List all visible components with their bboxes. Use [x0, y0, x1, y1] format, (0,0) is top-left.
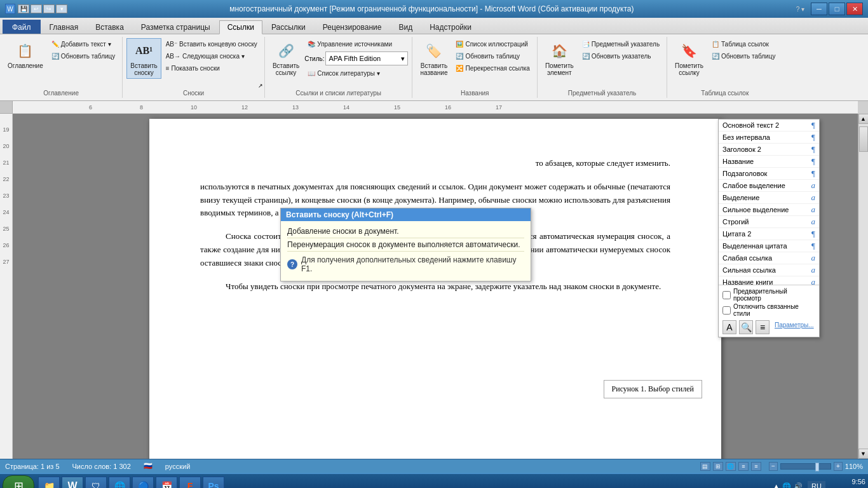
view-mode-draft[interactable]: ≡ [751, 462, 761, 471]
scroll-up-button[interactable]: ▲ [858, 114, 869, 124]
quick-access-more[interactable]: ▾ [56, 4, 67, 13]
quick-access-redo[interactable]: ↪ [43, 4, 55, 13]
taskbar-explorer[interactable]: 📁 [38, 477, 60, 488]
style-item-quote-2[interactable]: Цитата 2 ¶ [719, 228, 819, 240]
insert-toa-button[interactable]: 📋 Таблица ссылок [709, 38, 779, 50]
style-item-book-title[interactable]: Название книги a [719, 276, 819, 285]
toc-group-label: Оглавление [0, 90, 122, 97]
minimize-button[interactable]: ─ [811, 3, 827, 15]
insert-index-button[interactable]: 📑 Предметный указатель [579, 38, 663, 50]
view-mode-outline[interactable]: ≡ [738, 462, 749, 471]
bibliography-label: Список литературы ▾ [317, 70, 380, 77]
taskbar: ⊞ 📁 W 🛡 🌐 🔵 📅 F Ps ▲ 🌐 🔊 RU 9:56 17.02.2… [0, 473, 868, 488]
ruler-mark-14: 14 [343, 104, 349, 111]
preview-checkbox-row[interactable]: Предварительный просмотр [722, 288, 815, 302]
params-link[interactable]: Параметры... [772, 322, 814, 334]
preview-label: Предварительный просмотр [733, 288, 815, 302]
footnotes-dialog-launcher[interactable]: ↗ [258, 83, 263, 89]
taskbar-blue[interactable]: 🔵 [132, 477, 154, 488]
maximize-button[interactable]: □ [829, 3, 845, 15]
style-item-basic-text-2[interactable]: Основной текст 2 ¶ [719, 119, 819, 132]
mark-citation-button[interactable]: 🔖 Пометитьссылку [671, 38, 707, 79]
tab-insert[interactable]: Вставка [87, 20, 132, 34]
taskbar-ps[interactable]: Ps [203, 477, 224, 488]
style-item-strong-emphasis[interactable]: Сильное выделение a [719, 204, 819, 216]
new-style-button[interactable]: A [722, 320, 736, 334]
style-item-no-spacing[interactable]: Без интервала ¶ [719, 132, 819, 144]
manage-styles-button[interactable]: ≡ [756, 320, 770, 334]
view-mode-fullscreen[interactable]: ⊞ [713, 462, 723, 471]
update-captions-button[interactable]: 🔄 Обновить таблицу [452, 50, 532, 62]
tab-links[interactable]: Ссылки [219, 20, 262, 34]
system-tray: ▲ 🌐 🔊 [773, 482, 803, 489]
tab-home[interactable]: Главная [41, 20, 87, 34]
insert-footnote-button[interactable]: AB¹ Вставитьсноску [126, 38, 161, 79]
disable-linked-checkbox-row[interactable]: Отключить связанные стили [722, 303, 815, 317]
quick-access-save[interactable]: 💾 [18, 4, 29, 13]
add-text-icon: ✏️ [51, 41, 59, 48]
inspect-style-button[interactable]: 🔍 [739, 320, 753, 334]
zoom-slider-thumb[interactable] [815, 463, 819, 471]
disable-linked-checkbox[interactable] [722, 306, 731, 315]
zoom-out-button[interactable]: − [769, 462, 778, 471]
illustrations-list-button[interactable]: 🖼️ Список иллюстраций [452, 38, 532, 50]
update-toc-button[interactable]: 🔄 Обновить таблицу [48, 50, 119, 62]
preview-checkbox[interactable] [722, 291, 731, 299]
taskbar-word[interactable]: W [62, 477, 83, 488]
style-item-weak-ref[interactable]: Слабая ссылка a [719, 252, 819, 264]
insert-caption-button[interactable]: 🏷️ Вставитьназвание [416, 38, 451, 79]
taskbar-browser[interactable]: 🌐 [109, 477, 130, 488]
taskbar-flash[interactable]: F [179, 477, 201, 488]
language: русский [165, 463, 190, 470]
next-footnote-button[interactable]: AB→ Следующая сноска ▾ [163, 50, 261, 62]
update-index-button[interactable]: 🔄 Обновить указатель [579, 50, 663, 62]
toc-button[interactable]: 📋 Оглавление [4, 38, 47, 76]
taskbar-calendar[interactable]: 📅 [156, 477, 177, 488]
language-indicator[interactable]: RU [808, 481, 825, 488]
style-select[interactable]: APA Fifth Edition ▾ [325, 51, 408, 65]
mark-entry-button[interactable]: 🏠 Пометитьэлемент [541, 38, 578, 79]
tab-mailings[interactable]: Рассылки [263, 20, 314, 34]
zoom-in-button[interactable]: + [834, 462, 843, 471]
style-item-title[interactable]: Название ¶ [719, 156, 819, 168]
taskbar-shield[interactable]: 🛡 [85, 477, 107, 488]
style-item-subtitle[interactable]: Подзаголовок ¶ [719, 168, 819, 180]
tab-review[interactable]: Рецензирование [315, 20, 390, 34]
vertical-scrollbar[interactable]: ▲ ▼ [858, 114, 868, 459]
update-toa-button[interactable]: 🔄 Обновить таблицу [709, 50, 779, 62]
add-text-button[interactable]: ✏️ Добавить текст ▾ [48, 38, 119, 50]
tab-file[interactable]: Файл [3, 20, 41, 34]
show-footnotes-button[interactable]: ≡ Показать сноски [163, 62, 261, 74]
insert-endnote-button[interactable]: AB⁻ Вставить концевую сноску [163, 38, 261, 50]
view-mode-web[interactable]: 🌐 [726, 462, 736, 471]
tray-show-button[interactable]: ▲ [773, 482, 780, 488]
tab-layout[interactable]: Разметка страницы [133, 20, 219, 34]
tray-volume-icon[interactable]: 🔊 [794, 482, 803, 489]
view-mode-print[interactable]: ▤ [700, 462, 710, 471]
tab-view[interactable]: Вид [390, 20, 421, 34]
style-item-highlighted-quote[interactable]: Выделенная цитата ¶ [719, 240, 819, 252]
tab-addins[interactable]: Надстройки [421, 20, 480, 34]
style-item-emphasis[interactable]: Выделение a [719, 192, 819, 204]
style-item-heading-2[interactable]: Заголовок 2 ¶ [719, 144, 819, 156]
clock[interactable]: 9:56 17.02.2012 [831, 477, 865, 488]
scroll-thumb[interactable] [859, 126, 868, 152]
help-ribbon-btn[interactable]: ? ▾ [796, 3, 804, 15]
tooltip-popup: Вставить сноску (Alt+Ctrl+F) Добавление … [280, 208, 531, 281]
cross-reference-button[interactable]: 🔀 Перекрестная ссылка [452, 62, 532, 74]
style-item-strict[interactable]: Строгий a [719, 216, 819, 228]
tray-network-icon[interactable]: 🌐 [782, 482, 791, 489]
bibliography-button[interactable]: 📖 Список литературы ▾ [304, 67, 408, 79]
style-para-marker: ¶ [811, 168, 815, 179]
scroll-track[interactable] [859, 124, 868, 449]
style-item-strong-ref[interactable]: Сильная ссылка a [719, 264, 819, 276]
insert-toa-label: Таблица ссылок [721, 41, 769, 48]
start-button[interactable]: ⊞ [3, 475, 34, 488]
zoom-slider[interactable] [780, 463, 831, 470]
scroll-down-button[interactable]: ▼ [858, 449, 869, 459]
close-button[interactable]: ✕ [846, 3, 863, 15]
manage-sources-button[interactable]: 📚 Управление источниками [304, 38, 408, 50]
quick-access-undo[interactable]: ↩ [31, 4, 42, 13]
style-item-weak-emphasis[interactable]: Слабое выделение a [719, 180, 819, 192]
insert-citation-button[interactable]: 🔗 Вставитьссылку [269, 38, 303, 79]
